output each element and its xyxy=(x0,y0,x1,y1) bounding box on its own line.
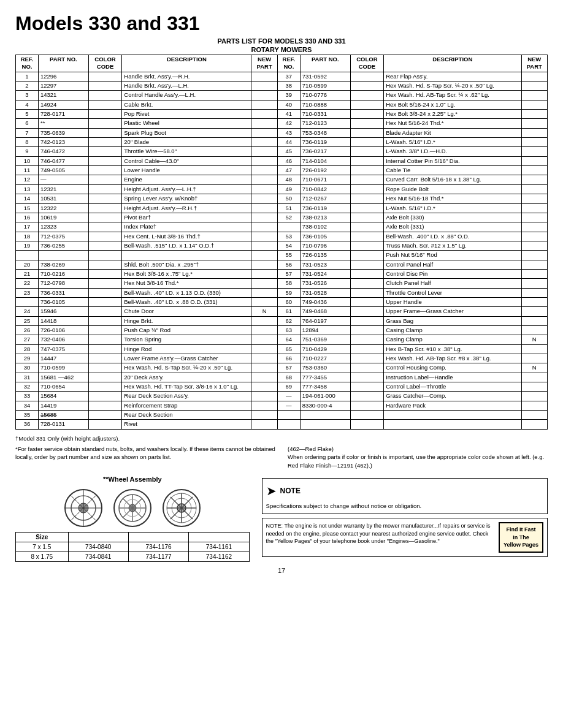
header-description2: DESCRIPTION xyxy=(384,55,521,72)
cell-color xyxy=(88,213,122,222)
cell-new xyxy=(251,269,277,278)
cell-desc2: Blade Adapter Kit xyxy=(384,128,521,137)
cell-desc: Rear Deck Section Ass'y. xyxy=(122,392,251,401)
cell-color xyxy=(88,241,122,250)
cell-color2 xyxy=(350,401,384,410)
cell-part: 728-0131 xyxy=(38,420,88,429)
cell-desc: Handle Brkt. Ass'y.—R.H. xyxy=(122,72,251,81)
cell-new xyxy=(251,100,277,109)
cell-color2 xyxy=(350,269,384,278)
subtitle1: PARTS LIST FOR MODELS 330 AND 331 xyxy=(15,37,548,45)
cell-new2 xyxy=(521,119,548,128)
cell-ref: 21 xyxy=(16,269,39,278)
cell-desc2: Rope Guide Bolt xyxy=(384,184,521,194)
cell-desc2: Hardware Pack xyxy=(384,401,521,410)
table-row: 1410531Spring Lever Ass'y. w/Knob†50712-… xyxy=(16,194,548,203)
cell-part2: 777-3455 xyxy=(300,373,350,382)
cell-color2 xyxy=(350,382,384,392)
cell-desc: Pivot Bar† xyxy=(122,213,251,222)
cell-new xyxy=(251,72,277,81)
cell-desc: Rivet xyxy=(122,420,251,429)
cell-color xyxy=(88,138,122,147)
cell-ref: 15 xyxy=(16,203,39,213)
table-row: 27732-0406Torsion Spring64751-0369Casing… xyxy=(16,335,548,344)
cell-desc2: Casing Clamp xyxy=(384,325,521,335)
cell-ref: 16 xyxy=(16,213,39,222)
cell-color2 xyxy=(350,222,384,232)
table-row: 9746-0472Throttle Wire—58.0"45736-0217L-… xyxy=(16,147,548,156)
cell-part: 10531 xyxy=(38,194,88,203)
cell-part2: 731-0592 xyxy=(300,72,350,81)
cell-part: 710-0599 xyxy=(38,363,88,373)
cell-part: 10619 xyxy=(38,213,88,222)
cell-color2 xyxy=(350,110,384,119)
cell-ref2: 41 xyxy=(277,110,300,119)
cell-part: 15946 xyxy=(38,307,88,316)
cell-desc2: Control Housing Comp. xyxy=(384,363,521,373)
cell-part: 732-0406 xyxy=(38,335,88,344)
cell-ref2: 64 xyxy=(277,335,300,344)
table-row: 19736-0255Bell-Wash. .515" I.D. x 1.14" … xyxy=(16,241,548,250)
cell-ref2: 45 xyxy=(277,147,300,156)
cell-ref: 32 xyxy=(16,382,39,392)
cell-ref: 36 xyxy=(16,420,39,429)
cell-desc: Reinforcement Strap xyxy=(122,401,251,410)
cell-color xyxy=(88,156,122,165)
cell-part: 746-0472 xyxy=(38,147,88,156)
cell-new xyxy=(251,354,277,363)
cell-desc: Lower Handle xyxy=(122,166,251,175)
cell-part2: 8330-000-4 xyxy=(300,401,350,410)
cell-ref2 xyxy=(277,411,300,420)
cell-part2: 710-0429 xyxy=(300,344,350,354)
cell-ref: 35 xyxy=(16,411,39,420)
cell-new xyxy=(251,297,277,306)
cell-part2: 751-0369 xyxy=(300,335,350,344)
cell-desc2: Upper Handle xyxy=(384,297,521,306)
cell-part: 710-0654 xyxy=(38,382,88,392)
cell-color2 xyxy=(350,175,384,184)
cell-ref2: 43 xyxy=(277,128,300,137)
cell-new xyxy=(251,184,277,194)
wheel-cell-col2: 734-1176 xyxy=(128,542,188,552)
cell-desc2: Grass Catcher—Comp. xyxy=(384,392,521,401)
table-row: 2415946Chute DoorN61749-0468Upper Frame—… xyxy=(16,307,548,316)
cell-ref2: 52 xyxy=(277,213,300,222)
note-text: Specifications subject to change without… xyxy=(266,502,543,510)
cell-color2 xyxy=(350,100,384,109)
cell-desc: Hex Nut 3/8-16 Thd.* xyxy=(122,279,251,288)
cell-color xyxy=(88,203,122,213)
cell-color xyxy=(88,175,122,184)
cell-desc xyxy=(122,251,251,260)
page-title: Models 330 and 331 xyxy=(15,12,548,35)
cell-new2 xyxy=(521,260,548,269)
cell-desc: Hinge Brkt. xyxy=(122,316,251,325)
wheel-image-3 xyxy=(160,487,203,529)
cell-part: ** xyxy=(38,119,88,128)
cell-color xyxy=(88,420,122,429)
cell-part2: 710-0796 xyxy=(300,241,350,250)
cell-new xyxy=(251,344,277,354)
cell-color2 xyxy=(350,203,384,213)
cell-ref2 xyxy=(277,420,300,429)
cell-part2: 738-0213 xyxy=(300,213,350,222)
cell-color xyxy=(88,279,122,288)
header-color-code2: COLOR CODE xyxy=(350,55,384,72)
cell-new xyxy=(251,279,277,288)
cell-new xyxy=(251,91,277,100)
cell-desc2: Clutch Panel Half xyxy=(384,279,521,288)
cell-desc: Control Cable—43.0" xyxy=(122,156,251,165)
wheel-col1-header xyxy=(68,532,128,542)
cell-ref: 8 xyxy=(16,138,39,147)
cell-color2 xyxy=(350,297,384,306)
bottom-section: **Wheel Assembly xyxy=(15,476,548,562)
cell-desc2: Control Label—Throttle xyxy=(384,382,521,392)
wheel-cell-col2: 734-1177 xyxy=(128,552,188,561)
cell-color2 xyxy=(350,307,384,316)
table-row: 1712323Index Plate†738-0102Axle Bolt (33… xyxy=(16,222,548,232)
cell-part: 742-0123 xyxy=(38,138,88,147)
header-new-part2: NEW PART xyxy=(521,55,548,72)
cell-new xyxy=(251,203,277,213)
note-title: NOTE xyxy=(280,486,301,496)
cell-color2 xyxy=(350,138,384,147)
cell-new2 xyxy=(521,184,548,194)
